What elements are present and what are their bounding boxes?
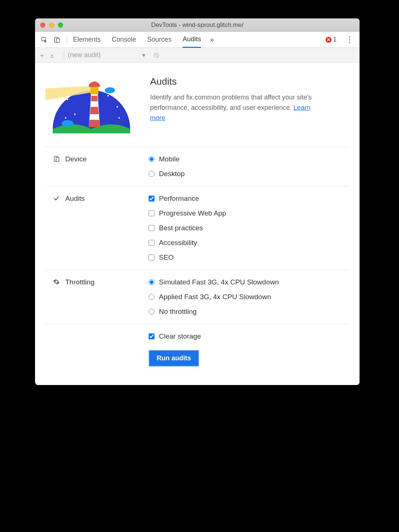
error-badge-icon: ✕ [326,37,332,43]
separator [64,51,64,59]
tab-sources[interactable]: Sources [147,32,171,48]
throttling-section-label: Throttling [65,278,94,286]
tab-audits[interactable]: Audits [183,32,201,48]
svg-point-9 [74,113,76,115]
gear-icon [53,278,60,286]
audits-intro: Audits Identify and fix common problems … [45,74,349,147]
throttling-radio-none[interactable] [149,309,155,315]
inspect-element-icon[interactable] [40,36,48,44]
device-option-mobile[interactable]: Mobile [149,155,185,163]
device-radio-mobile[interactable] [149,156,155,162]
device-option-desktop[interactable]: Desktop [149,170,185,178]
svg-point-10 [118,117,120,119]
devtools-tabstrip: Elements Console Sources Audits » ✕ 1 ⋮ [35,32,360,48]
throttling-simulated-label: Simulated Fast 3G, 4x CPU Slowdown [159,278,279,286]
svg-marker-16 [91,96,98,101]
throttling-radio-applied[interactable] [149,294,155,300]
intro-description: Identify and fix common problems that af… [150,92,312,123]
clear-audits-icon[interactable] [153,52,160,59]
device-toggle-icon[interactable] [53,36,61,44]
svg-rect-18 [89,85,100,87]
svg-point-20 [62,120,73,127]
new-audit-icon[interactable]: ＋ [38,51,46,60]
svg-line-4 [155,53,158,56]
throttling-option-none[interactable]: No throttling [149,308,279,316]
svg-point-11 [65,117,66,119]
device-desktop-label: Desktop [159,170,185,178]
svg-point-19 [105,87,115,93]
audits-panel: Audits Identify and fix common problems … [35,63,360,385]
lighthouse-illustration [45,74,138,136]
audit-option-pwa[interactable]: Progressive Web App [149,209,226,217]
download-audit-icon[interactable] [49,52,57,58]
audit-check-seo[interactable] [149,255,155,260]
footer: Run audits [45,343,349,370]
tab-elements[interactable]: Elements [73,32,101,48]
error-indicator[interactable]: ✕ 1 [326,36,337,43]
audit-option-bestpractices[interactable]: Best practices [149,224,226,232]
device-radio-desktop[interactable] [149,171,155,177]
audit-check-bestpractices[interactable] [149,225,155,231]
device-mobile-label: Mobile [159,155,180,163]
clear-storage-option[interactable]: Clear storage [149,332,201,340]
intro-body-text: Identify and fix common problems that af… [150,94,312,111]
section-audits: Audits Performance Progressive Web App B… [45,186,349,270]
throttling-radio-simulated[interactable] [149,279,155,285]
audit-check-pwa[interactable] [149,210,155,216]
audit-option-performance[interactable]: Performance [149,195,226,203]
clear-storage-checkbox[interactable] [149,333,155,339]
svg-point-8 [117,106,118,108]
section-device: Device Mobile Desktop [45,147,349,186]
throttling-none-label: No throttling [159,308,197,316]
error-count: 1 [333,36,337,43]
throttling-option-applied[interactable]: Applied Fast 3G, 4x CPU Slowdown [149,293,279,301]
window-title: DevTools - wind-sprout.glitch.me/ [35,21,360,29]
audit-pwa-label: Progressive Web App [159,209,226,217]
settings-menu-icon[interactable]: ⋮ [346,35,354,45]
svg-point-7 [107,95,109,97]
check-icon [53,195,60,202]
audit-history-dropdown[interactable]: (new audit) ▼ [68,51,146,59]
audit-history-label: (new audit) [68,51,101,59]
chevron-down-icon: ▼ [141,52,146,58]
throttling-option-simulated[interactable]: Simulated Fast 3G, 4x CPU Slowdown [149,278,279,286]
clear-storage-label: Clear storage [159,332,201,340]
audit-option-accessibility[interactable]: Accessibility [149,239,226,247]
svg-rect-22 [56,157,59,161]
device-section-label: Device [65,155,87,163]
audit-accessibility-label: Accessibility [159,239,197,247]
svg-rect-2 [56,38,59,42]
audits-toolbar: ＋ (new audit) ▼ [35,48,360,63]
device-icon [53,155,60,162]
tabs-overflow-icon[interactable]: » [210,35,214,44]
section-throttling: Throttling Simulated Fast 3G, 4x CPU Slo… [45,270,349,324]
svg-rect-17 [90,86,98,94]
throttling-applied-label: Applied Fast 3G, 4x CPU Slowdown [159,293,271,301]
tab-console[interactable]: Console [112,32,136,48]
svg-point-5 [67,99,68,100]
section-clear-storage: Clear storage [45,324,349,343]
separator [67,35,67,45]
audit-performance-label: Performance [159,195,199,203]
audit-check-performance[interactable] [149,196,155,202]
audit-check-accessibility[interactable] [149,240,155,246]
audit-option-seo[interactable]: SEO [149,253,226,262]
audit-bestpractices-label: Best practices [159,224,203,232]
audit-seo-label: SEO [159,253,174,262]
page-title: Audits [150,76,312,87]
devtools-window: DevTools - wind-sprout.glitch.me/ Elemen… [35,18,360,385]
svg-marker-14 [89,120,100,127]
svg-marker-15 [90,107,99,114]
audits-section-label: Audits [65,195,85,203]
window-titlebar: DevTools - wind-sprout.glitch.me/ [35,18,360,32]
run-audits-button[interactable]: Run audits [149,350,199,367]
